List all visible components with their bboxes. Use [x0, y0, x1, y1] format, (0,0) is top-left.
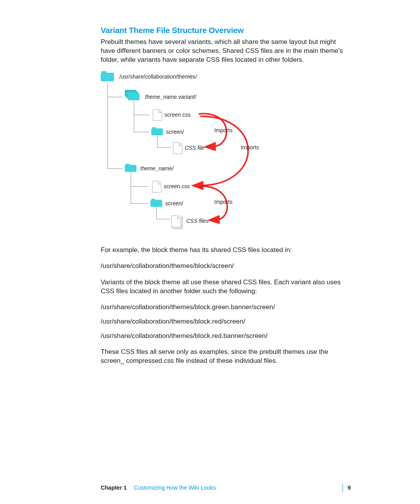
tree-line: [156, 207, 157, 219]
imports-label-3: Imports: [214, 199, 233, 205]
folder-icon: [150, 199, 162, 207]
file-icon: [173, 142, 182, 154]
tree-line: [157, 147, 171, 148]
tree-line: [107, 168, 123, 169]
css-file-label: CSS file: [185, 145, 205, 151]
tree-line: [134, 115, 149, 115]
screen-css-label-2: screen.css: [164, 183, 190, 189]
note-paragraph: These CSS files all serve only as exampl…: [101, 347, 350, 365]
tree-line: [107, 83, 108, 168]
root-path-label: /usr/share/collaboration/themes/: [119, 74, 197, 80]
file-stack-icon: [172, 215, 181, 227]
tree-line: [134, 132, 149, 132]
file-icon: [152, 181, 161, 192]
css-files-label: CSS files: [186, 218, 209, 224]
tree-line: [156, 219, 170, 219]
file-icon: [153, 109, 162, 121]
path-4: /usr/share/collaboration/themes/block.re…: [101, 331, 350, 340]
path-1: /usr/share/collaboration/themes/block/sc…: [101, 261, 350, 270]
screen-folder-label: screen/: [166, 129, 184, 135]
footer-divider: [343, 484, 343, 492]
folder-icon: [125, 164, 136, 172]
variant-folder-label: theme_name.variant/: [145, 94, 196, 100]
tree-line: [134, 101, 134, 132]
folder-icon: [151, 127, 163, 136]
section-heading: Variant Theme File Structure Overview: [101, 26, 350, 35]
path-2: /usr/share/collaboration/themes/block.gr…: [101, 303, 350, 312]
page-number: 9: [348, 485, 351, 491]
screen-css-label: screen.css: [164, 112, 191, 118]
page-footer: Chapter 1 Customizing How the Wiki Looks: [101, 485, 350, 491]
tree-line: [131, 203, 149, 204]
chapter-label: Chapter 1: [101, 485, 127, 491]
folder-icon: [128, 92, 140, 101]
imports-label-2: Imports: [241, 144, 259, 150]
screen-folder-label-2: screen/: [165, 200, 183, 206]
tree-line: [131, 186, 149, 187]
path-3: /usr/share/collaboration/themes/block.re…: [101, 317, 350, 326]
tree-line: [157, 136, 158, 147]
tree-line: [107, 97, 123, 97]
file-structure-diagram: /usr/share/collaboration/themes/ theme_n…: [101, 71, 350, 238]
example-paragraph: For example, the block theme has its sha…: [101, 245, 350, 254]
chapter-title: Customizing How the Wiki Looks: [134, 485, 216, 491]
intro-paragraph: Prebuilt themes have several variants, w…: [101, 37, 350, 64]
tree-line: [131, 172, 131, 203]
theme-folder-label: theme_name/: [140, 165, 174, 172]
imports-label-1: Imports: [214, 127, 233, 133]
folder-icon: [101, 71, 114, 81]
variants-paragraph: Variants of the block theme all use thes…: [101, 278, 350, 296]
